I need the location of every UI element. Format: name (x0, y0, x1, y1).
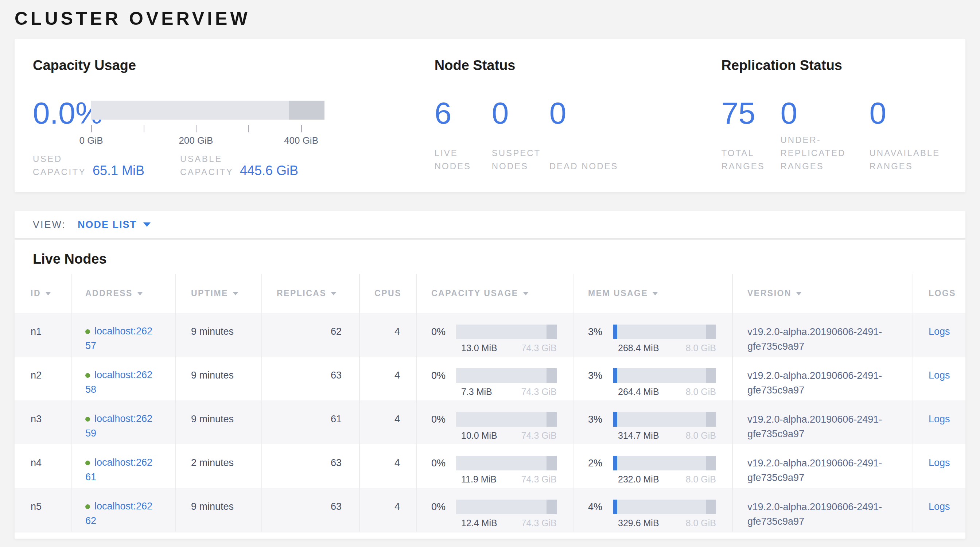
replication-stat-value: 0 (780, 96, 869, 130)
mem-bar (613, 324, 716, 339)
node-address-link[interactable]: localhost:26257 (85, 326, 153, 351)
mem-bar-fill (613, 499, 617, 514)
node-address-link[interactable]: localhost:26262 (85, 501, 153, 526)
page: CLUSTER OVERVIEW Capacity Usage 0.0% 0 G… (0, 0, 980, 539)
column-header-uptime[interactable]: UPTIME (175, 274, 262, 313)
view-dropdown[interactable]: NODE LIST (78, 219, 137, 231)
sort-caret-icon (523, 292, 529, 296)
mem-usage-cell: 3% 264.4 MiB 8.0 GiB (573, 357, 732, 401)
logs-cell: Logs (913, 401, 966, 444)
capacity-usage-cell: 0% 13.0 MiB 74.3 GiB (416, 313, 573, 357)
uptime-cell: 2 minutes (175, 444, 262, 488)
live-nodes-heading: Live Nodes (14, 240, 966, 267)
column-header-replicas[interactable]: REPLICAS (262, 274, 360, 313)
capacity-used-value: 13.0 MiB (461, 343, 497, 353)
column-header-cpus: CPUS (360, 274, 416, 313)
capacity-total-value: 74.3 GiB (521, 386, 557, 397)
node-address-cell: localhost:26258 (72, 357, 175, 401)
capacity-usage-cell: 0% 7.3 MiB 74.3 GiB (416, 357, 573, 401)
replication-stat-label: UNAVAILABLE RANGES (869, 146, 947, 173)
live-nodes-panel: Live Nodes IDADDRESSUPTIMEREPLICASCPUSCA… (14, 240, 966, 539)
logs-link[interactable]: Logs (929, 501, 950, 512)
capacity-bar-reserved-segment (547, 368, 557, 383)
sort-caret-icon (137, 292, 143, 296)
capacity-used-value: 11.9 MiB (461, 474, 496, 485)
cluster-summary-panel: Capacity Usage 0.0% 0 GiB200 GiB400 GiB … (14, 39, 966, 192)
logs-link[interactable]: Logs (929, 370, 950, 381)
capacity-usage-cell: 0% 10.0 MiB 74.3 GiB (416, 401, 573, 444)
mem-used-value: 314.7 MiB (618, 430, 659, 441)
mem-bar-reserved-segment (706, 368, 716, 383)
capacity-percent-label: 0% (431, 370, 456, 382)
capacity-bar-reserved-segment (289, 101, 325, 119)
axis-tick (301, 125, 302, 132)
replication-stat: 75TOTAL RANGES (721, 96, 780, 173)
live-status-dot-icon (85, 417, 90, 421)
table-row: n5 localhost:26262 9 minutes 63 4 0% 12.… (14, 488, 966, 532)
table-row: n4 localhost:26261 2 minutes 63 4 0% 11.… (14, 444, 966, 488)
mem-usage-cell: 3% 314.7 MiB 8.0 GiB (573, 401, 732, 444)
mem-total-value: 8.0 GiB (686, 474, 716, 485)
replication-stat-label: UNDER-REPLICATED RANGES (780, 134, 869, 173)
capacity-bar-track (91, 101, 325, 119)
node-address-link[interactable]: localhost:26261 (85, 457, 153, 482)
used-capacity-value: 65.1 MiB (92, 163, 145, 179)
replication-stat-value: 75 (721, 96, 780, 130)
node-address-link[interactable]: localhost:26258 (85, 369, 153, 395)
used-capacity-label: USED CAPACITY (33, 153, 88, 179)
node-status-section: Node Status 6LIVE NODES0SUSPECT NODES0DE… (434, 39, 722, 192)
uptime-cell: 9 minutes (175, 488, 262, 532)
logs-link[interactable]: Logs (929, 457, 950, 468)
node-id-cell: n4 (14, 444, 72, 488)
mem-percent-label: 3% (588, 326, 613, 338)
node-status-stat-value: 0 (492, 96, 549, 130)
replication-status-heading: Replication Status (721, 57, 947, 74)
mem-bar-fill (613, 368, 617, 383)
live-status-dot-icon (85, 373, 90, 378)
column-header-id[interactable]: ID (14, 274, 72, 313)
column-header-version[interactable]: VERSION (732, 274, 913, 313)
mem-total-value: 8.0 GiB (686, 430, 716, 441)
capacity-total-value: 74.3 GiB (521, 518, 557, 528)
logs-cell: Logs (913, 313, 966, 357)
capacity-bar-reserved-segment (547, 324, 557, 339)
mem-bar-fill (613, 412, 617, 427)
node-status-stat-value: 6 (434, 96, 492, 130)
axis-tick-label: 0 GiB (79, 135, 103, 146)
node-address-cell: localhost:26261 (72, 444, 175, 488)
mem-bar-reserved-segment (706, 499, 716, 514)
table-header-row: IDADDRESSUPTIMEREPLICASCPUSCAPACITY USAG… (14, 274, 966, 313)
mem-bar (613, 368, 716, 383)
logs-link[interactable]: Logs (929, 413, 950, 425)
view-label: VIEW: (33, 219, 66, 231)
mem-bar (613, 412, 716, 427)
capacity-percent-label: 0% (431, 501, 456, 513)
mem-percent-label: 4% (588, 501, 613, 513)
replicas-cell: 63 (262, 357, 360, 401)
mem-used-value: 329.6 MiB (618, 518, 659, 528)
mem-usage-cell: 3% 268.4 MiB 8.0 GiB (573, 313, 732, 357)
sort-caret-icon (232, 292, 239, 296)
replicas-cell: 63 (262, 444, 360, 488)
version-cell: v19.2.0-alpha.20190606-2491-gfe735c9a97 (732, 357, 913, 401)
partially-visible-row (14, 532, 966, 538)
node-status-stat-label: LIVE NODES (434, 146, 492, 173)
axis-tick (91, 125, 92, 132)
capacity-bar-reserved-segment (547, 499, 557, 514)
node-id-cell: n1 (14, 313, 72, 357)
replicas-cell: 63 (262, 488, 360, 532)
logs-link[interactable]: Logs (929, 326, 950, 337)
column-header-address[interactable]: ADDRESS (72, 274, 175, 313)
node-status-stat-label: DEAD NODES (549, 160, 722, 173)
column-header-mem-usage[interactable]: MEM USAGE (573, 274, 732, 313)
mem-bar (613, 456, 716, 471)
replication-status-section: Replication Status 75TOTAL RANGES0UNDER-… (721, 39, 947, 192)
mem-total-value: 8.0 GiB (686, 343, 716, 353)
column-header-capacity-usage[interactable]: CAPACITY USAGE (416, 274, 573, 313)
mem-used-value: 268.4 MiB (618, 343, 659, 353)
sort-caret-icon (45, 292, 51, 296)
axis-tick-label: 400 GiB (284, 135, 318, 146)
capacity-used-value: 12.4 MiB (461, 518, 497, 528)
node-address-link[interactable]: localhost:26259 (85, 413, 153, 439)
chevron-down-icon[interactable] (143, 223, 151, 227)
